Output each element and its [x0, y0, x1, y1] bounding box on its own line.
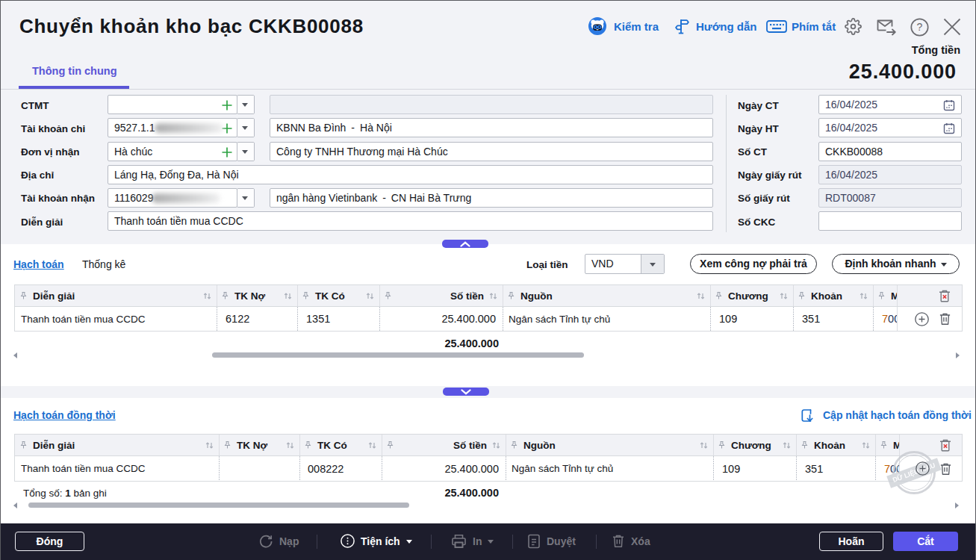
- svg-text:?: ?: [917, 21, 923, 33]
